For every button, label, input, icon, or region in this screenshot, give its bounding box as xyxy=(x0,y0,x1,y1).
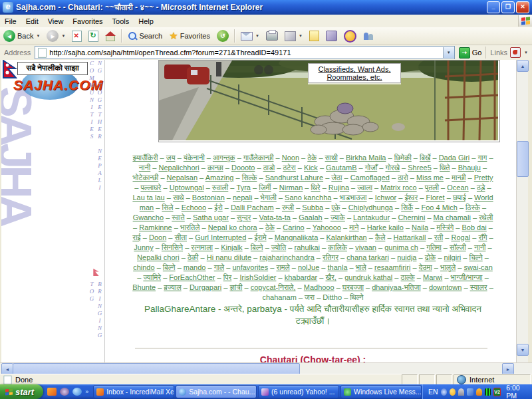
scroll-down-icon[interactable]: ▼ xyxy=(517,344,529,356)
member-link[interactable]: भारतिले xyxy=(180,223,200,231)
volume-meter-icon[interactable] xyxy=(485,388,491,396)
classifieds-link[interactable]: Classifieds, Want Ads, Roommates, etc. xyxy=(308,63,401,83)
member-link[interactable]: देउमा xyxy=(419,263,432,271)
member-link[interactable]: पल्लाघरे xyxy=(141,184,162,192)
stop-button[interactable] xyxy=(68,28,85,44)
address-input[interactable]: http://sajha.com/sajha/html/openThread.c… xyxy=(35,46,454,59)
menu-help[interactable]: Help xyxy=(134,16,158,27)
member-link[interactable]: Yahoooo xyxy=(313,223,341,231)
yahoo-messenger-button[interactable] xyxy=(340,28,360,44)
member-link[interactable]: swai-can xyxy=(464,263,492,271)
member-link[interactable]: Bhunte xyxy=(132,283,156,291)
close-button[interactable]: ✕ xyxy=(516,1,529,13)
member-link[interactable]: ठिस्के xyxy=(466,203,480,211)
refresh-button[interactable] xyxy=(85,28,102,44)
back-dropdown-icon[interactable]: ▼ xyxy=(36,34,40,38)
member-link[interactable]: ढोके xyxy=(425,253,436,261)
member-link[interactable]: मान्छी xyxy=(452,174,466,182)
member-link[interactable]: गाले xyxy=(214,263,224,271)
member-link[interactable]: खैर, xyxy=(325,273,336,281)
quicklaunch-overflow-icon[interactable]: » xyxy=(85,388,88,395)
task-button-incredimail[interactable]: Inbox - IncrediMail Xe xyxy=(93,385,174,398)
member-link[interactable]: Bostonian xyxy=(192,194,225,201)
member-link[interactable]: IrishSoldier xyxy=(239,273,276,281)
messenger-button[interactable] xyxy=(360,28,378,44)
member-link[interactable]: chana tarkari xyxy=(346,253,389,261)
messenger-person-icon[interactable] xyxy=(458,388,464,396)
edit-button[interactable]: ▼ xyxy=(281,28,306,44)
favorites-button[interactable]: ★ Favorites xyxy=(166,28,213,44)
member-link[interactable]: Satha ugar xyxy=(193,213,229,221)
research-button[interactable] xyxy=(323,28,340,44)
member-link[interactable]: रम्जी xyxy=(282,203,294,211)
member-link[interactable]: Nepal ko chora xyxy=(208,223,257,231)
menu-edit[interactable]: Edit xyxy=(21,16,43,27)
member-link[interactable]: यंकेनानी xyxy=(184,154,205,162)
member-link[interactable]: Doon xyxy=(149,233,166,241)
task-button-sajha[interactable]: Sajha.com - - Chau... xyxy=(176,385,257,398)
member-link[interactable]: mando xyxy=(184,263,206,271)
member-link[interactable]: Gwancho xyxy=(133,213,164,221)
member-link[interactable]: भोटेकान्छी xyxy=(133,174,159,182)
collapse-chevron-icon[interactable] xyxy=(441,388,447,396)
member-link[interactable]: Nepalichhori xyxy=(159,164,200,172)
member-link[interactable]: Mangnalikata xyxy=(275,233,318,241)
member-link[interactable]: Ichwor xyxy=(375,194,396,201)
member-link[interactable]: सीता xyxy=(174,233,187,241)
member-link[interactable]: साथे xyxy=(173,194,184,201)
address-dropdown-icon[interactable]: ▼ xyxy=(443,47,454,58)
member-link[interactable]: झ्याउँकिरी xyxy=(132,154,158,162)
start-button[interactable]: start xyxy=(0,384,43,399)
member-link[interactable]: Madhooo xyxy=(304,283,334,291)
minimize-button[interactable]: _ xyxy=(487,1,500,13)
go-button[interactable]: ➝ Go xyxy=(459,47,482,59)
menu-view[interactable]: View xyxy=(43,16,68,27)
home-button[interactable] xyxy=(102,28,119,44)
member-link[interactable]: ईरामे xyxy=(255,233,267,241)
member-link[interactable]: vivaan xyxy=(355,243,376,251)
member-link[interactable]: गतिमा xyxy=(426,243,442,251)
member-link[interactable]: Hi nanu dilute xyxy=(207,253,251,261)
member-link[interactable]: ठेके xyxy=(307,154,317,162)
member-link[interactable]: Hattarikall xyxy=(394,233,426,241)
member-link[interactable]: nuidja xyxy=(397,253,416,261)
member-link[interactable]: dhaniyaa-भतिजा xyxy=(372,283,421,291)
member-link[interactable]: कालिके xyxy=(328,243,347,251)
member-link[interactable]: Junny xyxy=(134,243,153,251)
member-link[interactable]: भाडभाउजा xyxy=(340,194,367,201)
member-link[interactable]: rahulkai xyxy=(294,243,320,251)
member-link[interactable]: chindo xyxy=(133,263,154,271)
member-link[interactable]: Carino xyxy=(283,223,304,231)
member-link[interactable]: सुन्दर xyxy=(237,213,251,221)
member-link[interactable]: गोरखे xyxy=(385,164,400,172)
member-link[interactable]: Rogal xyxy=(451,233,470,241)
incredimail-smiley-icon[interactable] xyxy=(450,388,456,396)
member-link[interactable]: ठटेरा xyxy=(283,164,295,172)
member-link[interactable]: राई xyxy=(132,233,140,241)
antivirus-v2-icon[interactable]: V2 xyxy=(493,388,501,396)
member-link[interactable]: भान्जी/भान्जा xyxy=(451,273,483,281)
member-link[interactable]: रत्नमाला xyxy=(191,243,213,251)
member-link[interactable]: जेठा xyxy=(331,174,342,182)
member-link[interactable]: बिर्खे xyxy=(420,154,430,162)
member-link[interactable]: chahanam xyxy=(262,293,296,301)
member-link[interactable]: ठाडो xyxy=(263,164,275,172)
member-link[interactable]: बिल्ने xyxy=(163,263,176,271)
member-link[interactable]: Ramkinne xyxy=(139,223,172,231)
member-link[interactable]: Doooto xyxy=(231,164,255,172)
member-link[interactable]: सिनसिने xyxy=(162,243,183,251)
member-link[interactable]: सिले xyxy=(162,203,173,211)
member-link[interactable]: Nirman xyxy=(279,184,303,192)
member-link[interactable]: Pretty xyxy=(474,174,493,182)
search-button[interactable]: Search xyxy=(124,28,166,44)
scroll-up-icon[interactable]: ▲ xyxy=(517,60,529,72)
member-link[interactable]: थिल्ने xyxy=(350,293,363,301)
horizontal-scrollbar[interactable]: ◄ ► xyxy=(0,362,532,374)
language-indicator[interactable]: EN xyxy=(428,388,438,396)
member-link[interactable]: ईश्वर xyxy=(404,194,418,201)
sajha-com-logo[interactable]: SAJHA.COM xyxy=(13,77,93,93)
member-link[interactable]: गोजाँ xyxy=(365,164,377,172)
member-link[interactable]: साथी xyxy=(325,154,338,162)
edit-dropdown-icon[interactable]: ▼ xyxy=(299,34,303,38)
member-link[interactable]: Naila xyxy=(412,223,428,231)
